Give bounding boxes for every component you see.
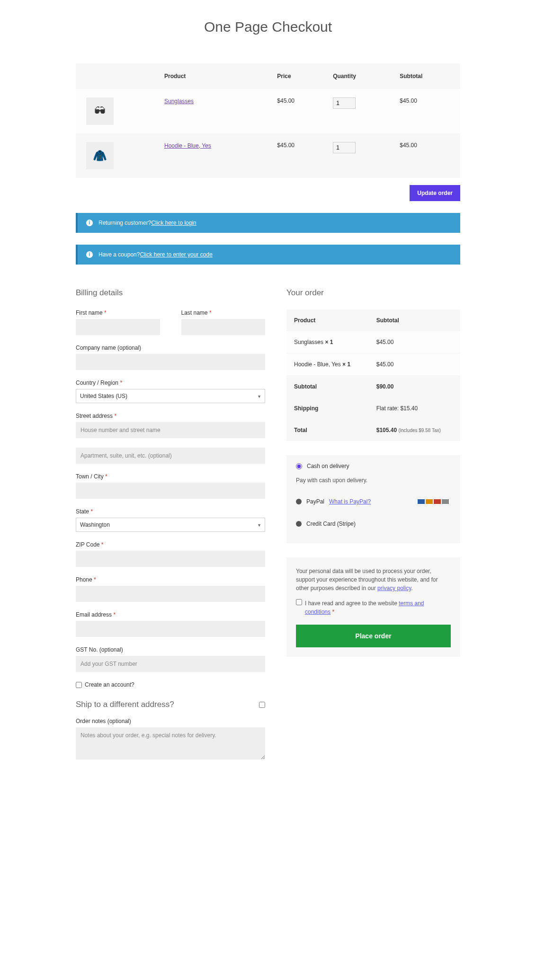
zip-label: ZIP Code * bbox=[76, 541, 265, 548]
state-label: State * bbox=[76, 508, 265, 515]
privacy-box: Your personal data will be used to proce… bbox=[286, 557, 460, 657]
street-input[interactable] bbox=[76, 422, 265, 438]
billing-heading: Billing details bbox=[76, 288, 265, 298]
login-link[interactable]: Click here to login bbox=[151, 220, 196, 226]
zip-input[interactable] bbox=[76, 551, 265, 567]
payment-paypal-radio[interactable] bbox=[296, 499, 302, 504]
product-thumbnail: 🕶 bbox=[86, 97, 114, 125]
shipping-value: Flat rate: $15.40 bbox=[369, 397, 460, 419]
cart-row: 🧥 Hoodie - Blue, Yes $45.00 $45.00 bbox=[76, 133, 460, 178]
order-notes-label: Order notes (optional) bbox=[76, 718, 265, 724]
privacy-policy-link[interactable]: privacy policy bbox=[377, 585, 411, 592]
header-quantity: Quantity bbox=[327, 63, 394, 89]
returning-customer-banner: i Returning customer? Click here to logi… bbox=[76, 213, 460, 233]
ship-different-checkbox[interactable] bbox=[259, 702, 265, 708]
what-is-paypal-link[interactable]: What is PayPal? bbox=[329, 498, 371, 505]
terms-checkbox[interactable] bbox=[296, 599, 302, 605]
shipping-label: Shipping bbox=[286, 397, 369, 419]
cart-row: 🕶 Sunglasses $45.00 $45.00 bbox=[76, 89, 460, 133]
gst-label: GST No. (optional) bbox=[76, 646, 265, 653]
last-name-input[interactable] bbox=[181, 319, 266, 335]
quantity-input[interactable] bbox=[333, 142, 356, 153]
quantity-input[interactable] bbox=[333, 97, 356, 109]
banner-text: Returning customer? bbox=[98, 220, 151, 226]
country-label: Country / Region * bbox=[76, 380, 265, 386]
header-subtotal: Subtotal bbox=[394, 63, 460, 89]
street-label: Street address * bbox=[76, 413, 265, 419]
info-icon: i bbox=[86, 220, 93, 226]
company-label: Company name (optional) bbox=[76, 344, 265, 351]
product-link[interactable]: Hoodie - Blue, Yes bbox=[164, 142, 211, 149]
coupon-link[interactable]: Click here to enter your code bbox=[140, 251, 212, 258]
your-order-heading: Your order bbox=[286, 288, 460, 298]
order-summary-table: Product Subtotal Sunglasses × 1 $45.00 H… bbox=[286, 309, 460, 441]
order-notes-textarea[interactable] bbox=[76, 727, 265, 759]
product-link[interactable]: Sunglasses bbox=[164, 98, 194, 105]
header-price: Price bbox=[271, 63, 327, 89]
order-header-product: Product bbox=[286, 309, 369, 331]
first-name-input[interactable] bbox=[76, 319, 160, 335]
ship-different-heading: Ship to a different address? bbox=[76, 700, 174, 709]
create-account-label: Create an account? bbox=[85, 681, 134, 688]
order-line: Sunglasses × 1 $45.00 bbox=[286, 331, 460, 353]
payment-paypal-label: PayPal bbox=[306, 498, 324, 505]
product-subtotal: $45.00 bbox=[394, 133, 460, 178]
order-line: Hoodie - Blue, Yes × 1 $45.00 bbox=[286, 353, 460, 376]
product-price: $45.00 bbox=[271, 89, 327, 133]
info-icon: i bbox=[86, 251, 93, 258]
privacy-text: Your personal data will be used to proce… bbox=[296, 568, 438, 592]
payment-cod-label: Cash on delivery bbox=[307, 463, 349, 469]
total-value: $105.40 (includes $9.58 Tax) bbox=[369, 419, 460, 441]
street2-input[interactable] bbox=[76, 448, 265, 464]
update-order-button[interactable]: Update order bbox=[410, 185, 460, 201]
city-input[interactable] bbox=[76, 483, 265, 499]
card-icons bbox=[416, 498, 451, 505]
payment-stripe-radio[interactable] bbox=[296, 521, 302, 527]
phone-input[interactable] bbox=[76, 586, 265, 602]
product-thumbnail: 🧥 bbox=[86, 142, 114, 169]
payment-cod-description: Pay with cash upon delivery. bbox=[286, 477, 460, 490]
agree-text: I have read and agree to the website bbox=[305, 600, 399, 607]
city-label: Town / City * bbox=[76, 473, 265, 480]
email-input[interactable] bbox=[76, 621, 265, 637]
last-name-label: Last name * bbox=[181, 309, 266, 316]
state-select[interactable]: Washington bbox=[76, 518, 265, 532]
subtotal-value: $90.00 bbox=[369, 376, 460, 398]
page-title: One Page Checkout bbox=[76, 19, 460, 35]
place-order-button[interactable]: Place order bbox=[296, 625, 451, 647]
first-name-label: First name * bbox=[76, 309, 160, 316]
coupon-banner: i Have a coupon? Click here to enter you… bbox=[76, 245, 460, 265]
cart-table: Product Price Quantity Subtotal 🕶 Sungla… bbox=[76, 63, 460, 178]
gst-input[interactable] bbox=[76, 656, 265, 672]
email-label: Email address * bbox=[76, 611, 265, 618]
payment-cod-radio[interactable] bbox=[296, 463, 302, 469]
create-account-checkbox[interactable] bbox=[76, 682, 82, 688]
product-subtotal: $45.00 bbox=[394, 89, 460, 133]
banner-text: Have a coupon? bbox=[98, 251, 140, 258]
header-product: Product bbox=[159, 63, 271, 89]
order-header-subtotal: Subtotal bbox=[369, 309, 460, 331]
product-price: $45.00 bbox=[271, 133, 327, 178]
phone-label: Phone * bbox=[76, 576, 265, 583]
payment-methods: Cash on delivery Pay with cash upon deli… bbox=[286, 455, 460, 543]
total-label: Total bbox=[286, 419, 369, 441]
subtotal-label: Subtotal bbox=[286, 376, 369, 398]
country-select[interactable]: United States (US) bbox=[76, 389, 265, 403]
payment-stripe-label: Credit Card (Stripe) bbox=[306, 521, 356, 527]
company-input[interactable] bbox=[76, 354, 265, 370]
